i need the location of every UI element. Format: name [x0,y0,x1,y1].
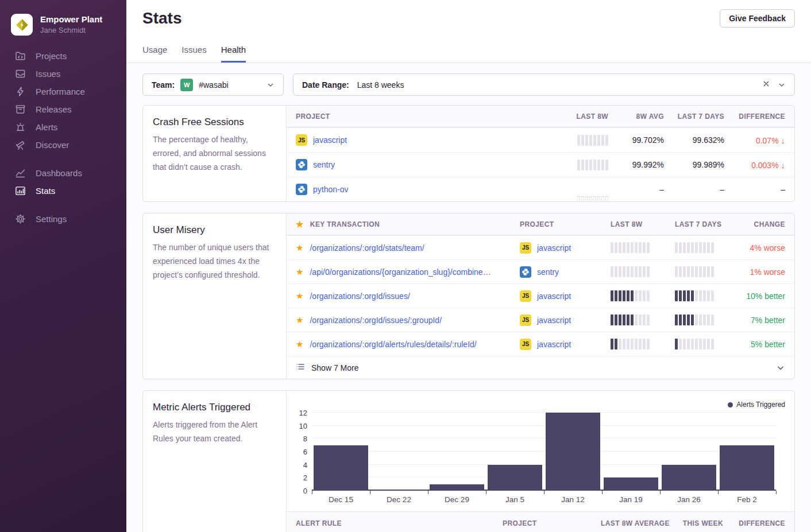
sidebar-item-stats[interactable]: Stats [0,182,126,200]
column-change: CHANGE [739,220,785,228]
list-icon [296,362,305,373]
key-transaction-star-icon[interactable]: ★ [296,316,303,324]
panel-title: Crash Free Sessions [153,117,276,128]
sidebar-item-label: Discover [36,140,69,150]
project-link[interactable]: javascript [313,135,347,145]
sparkline-last-8w [611,314,675,325]
sidebar-item-alerts[interactable]: Alerts [0,118,126,136]
column-key-transaction: KEY TRANSACTION [310,220,380,228]
column-last-8w-average: LAST 8W AVERAGE [572,519,670,527]
transaction-link[interactable]: /organizations/:orgId/issues/ [310,292,410,301]
content: Team: W #wasabi Date Range: Last 8 weeks… [126,63,811,532]
arrow-down-icon: ↓ [781,160,786,170]
project-link[interactable]: sentry [313,160,335,169]
sidebar-item-label: Alerts [36,122,57,132]
sparkline-last-7-days [675,242,739,253]
difference-value: 0.07% ↓ [724,135,785,145]
show-more-button[interactable]: Show 7 More [287,356,794,379]
sparkline-last-7-days [675,266,739,277]
table-row: JSjavascript 99.702% 99.632% 0.07% ↓ [287,127,794,152]
key-transaction-star-icon[interactable]: ★ [296,292,303,300]
team-select-label: Team: [152,80,175,90]
sparkline-last-8w [611,266,675,277]
column-difference: DIFFERENCE [724,112,785,121]
star-icon: ★ [296,220,304,228]
sparkline-last-7-days [675,314,739,325]
javascript-platform-icon: JS [520,339,531,350]
transaction-link[interactable]: /organizations/:orgId/issues/:groupId/ [310,316,442,325]
user-name: Jane Schmidt [40,26,102,35]
give-feedback-button[interactable]: Give Feedback [720,9,795,28]
key-transaction-star-icon[interactable]: ★ [296,267,303,276]
sidebar-item-settings[interactable]: Settings [0,210,126,228]
stats-icon [15,185,26,196]
javascript-platform-icon: JS [296,134,307,146]
last-7-days-value: 99.989% [664,160,724,169]
table-row: ★/organizations/:orgId/stats/team/ JSjav… [287,235,794,259]
project-link[interactable]: javascript [537,243,571,253]
tab-issues[interactable]: Issues [181,45,206,63]
change-value: 1% worse [739,267,785,277]
change-value: 5% better [739,340,785,349]
alerts-triggered-chart: Alerts Triggered 024681012 Dec 15Dec 22D… [287,391,794,504]
key-transaction-star-icon[interactable]: ★ [296,340,303,348]
team-select-value: #wasabi [199,80,228,90]
project-link[interactable]: python-ov [313,185,348,194]
page-header: Stats Give Feedback Usage Issues Health [126,0,811,63]
org-switcher[interactable]: Empower Plant Jane Schmidt [0,14,126,36]
tab-usage[interactable]: Usage [142,45,167,63]
issues-icon [15,68,26,79]
sidebar-item-label: Issues [36,69,60,79]
sparkline-last-8w [611,339,675,350]
sidebar-item-issues[interactable]: Issues [0,65,126,83]
sidebar-item-label: Projects [36,51,67,61]
python-platform-icon [296,159,307,170]
javascript-platform-icon: JS [520,314,531,326]
tabs: Usage Issues Health [126,45,811,63]
transaction-link[interactable]: /organizations/:orgId/stats/team/ [310,243,424,253]
legend-dot-icon [728,402,733,407]
sparkline-last-8w [545,192,608,202]
sidebar-item-label: Performance [36,87,85,96]
projects-icon [15,51,26,61]
sparkline-last-8w [545,135,608,146]
javascript-platform-icon: JS [520,290,531,302]
python-platform-icon [296,184,307,195]
panel-description: The number of unique users that experien… [153,241,276,282]
difference-value: – [724,185,785,194]
crash-free-sessions-panel: Crash Free Sessions The percentage of he… [142,105,795,202]
date-range-value: Last 8 weeks [357,80,404,90]
legend-label: Alerts Triggered [736,401,785,409]
sidebar-item-releases[interactable]: Releases [0,100,126,118]
sparkline-last-7-days [675,339,739,350]
releases-icon [15,104,26,115]
python-platform-icon [520,266,531,278]
transaction-link[interactable]: /organizations/:orgId/alerts/rules/detai… [310,340,476,349]
column-project: PROJECT [296,112,545,121]
date-range-select[interactable]: Date Range: Last 8 weeks [293,73,795,96]
project-link[interactable]: sentry [537,267,559,277]
team-select[interactable]: Team: W #wasabi [142,73,284,96]
project-link[interactable]: javascript [537,316,571,325]
tab-health[interactable]: Health [221,45,246,63]
sidebar-item-dashboards[interactable]: Dashboards [0,164,126,182]
date-range-label: Date Range: [302,80,349,90]
legend-alerts-triggered[interactable]: Alerts Triggered [728,401,785,409]
panel-title: User Misery [153,224,276,236]
arrow-down-icon: ↓ [781,135,786,145]
project-link[interactable]: javascript [537,340,571,349]
org-logo [11,14,33,36]
clear-date-icon[interactable] [762,80,770,90]
transaction-link[interactable]: /api/0/organizations/{organization_slug}… [310,267,491,277]
key-transaction-star-icon[interactable]: ★ [296,243,303,252]
change-value: 10% better [739,292,785,301]
column-8w-avg: 8W AVG [608,112,664,121]
sidebar-item-performance[interactable]: Performance [0,83,126,100]
metric-alerts-panel: Metric Alerts Triggered Alerts triggered… [142,390,795,532]
sidebar-item-projects[interactable]: Projects [0,47,126,65]
project-link[interactable]: javascript [537,292,571,301]
column-difference: DIFFERENCE [723,519,785,527]
panel-description: The percentage of healthy, errored, and … [153,133,276,174]
sidebar-item-discover[interactable]: Discover [0,136,126,154]
discover-icon [15,139,26,150]
